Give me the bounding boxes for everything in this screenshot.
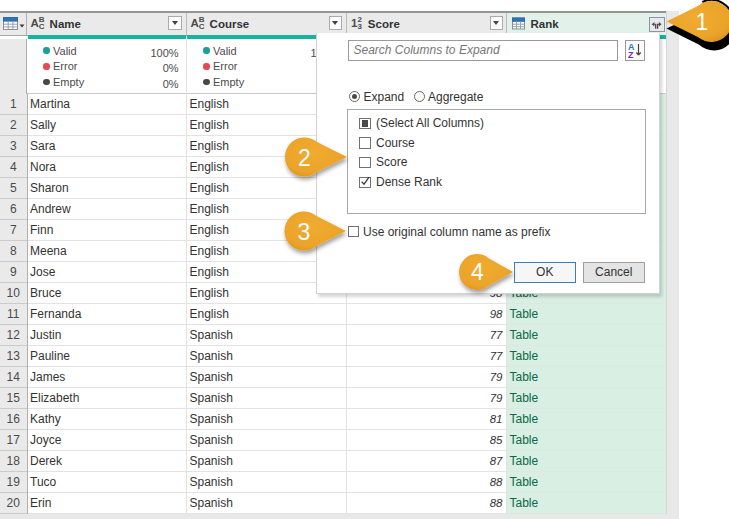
svg-text:4: 4 — [471, 259, 484, 285]
svg-text:1: 1 — [696, 9, 709, 35]
svg-text:2: 2 — [298, 145, 311, 171]
svg-text:3: 3 — [298, 219, 311, 245]
